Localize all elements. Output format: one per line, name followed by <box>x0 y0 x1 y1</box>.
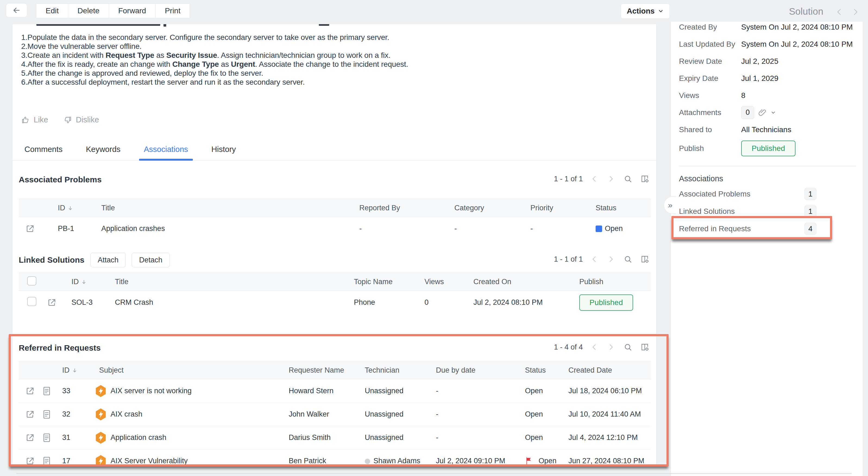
tab-associations[interactable]: Associations <box>143 145 189 160</box>
external-link-icon[interactable] <box>25 456 37 466</box>
horizontal-scrollbar[interactable] <box>16 473 852 474</box>
delete-button[interactable]: Delete <box>68 4 109 18</box>
referred-requests-pagination: 1 - 4 of 4 <box>554 342 650 352</box>
row-checkbox[interactable] <box>27 297 36 306</box>
table-row[interactable]: PB-1Application crashes---Open <box>19 217 651 240</box>
print-button[interactable]: Print <box>156 4 190 18</box>
col-reported-by[interactable]: Reported By <box>353 199 448 217</box>
external-link-icon[interactable] <box>25 409 37 419</box>
pagination-count: 1 - 4 of 4 <box>554 343 583 351</box>
published-chip[interactable]: Published <box>579 295 633 311</box>
association-item-referred-in-requests[interactable]: Referred in Requests4 <box>679 220 856 237</box>
publish-status-button[interactable]: Published <box>741 141 796 156</box>
page-title: Solution <box>789 6 823 17</box>
sort-down-icon[interactable] <box>81 279 87 285</box>
col-title[interactable]: Title <box>95 199 353 217</box>
back-button[interactable] <box>6 3 27 18</box>
search-icon[interactable] <box>622 254 633 265</box>
chevron-down-icon[interactable] <box>771 110 776 115</box>
table-row[interactable]: 33AIX server is not workingHoward SternU… <box>19 379 651 403</box>
paperclip-icon[interactable] <box>758 108 767 117</box>
col-title[interactable]: Title <box>108 273 347 291</box>
sidebar-collapse-handle[interactable]: » <box>664 197 676 214</box>
col-id[interactable]: ID <box>51 199 95 217</box>
property-label: Created By <box>679 23 741 32</box>
like-button[interactable]: Like <box>21 115 48 124</box>
table-row[interactable]: SOL-3CRM CrashPhone0Jul 2, 2024 08:10 PM… <box>19 291 651 314</box>
external-link-icon[interactable] <box>25 224 51 234</box>
toolbar-button-group: Edit Delete Forward Print <box>36 3 190 18</box>
association-item-associated-problems[interactable]: Associated Problems1 <box>679 185 856 203</box>
search-icon[interactable] <box>622 342 633 352</box>
chevron-right-icon[interactable] <box>606 342 617 352</box>
tab-comments[interactable]: Comments <box>23 145 64 160</box>
edit-button[interactable]: Edit <box>36 4 68 18</box>
col-status[interactable]: Status <box>519 362 562 379</box>
external-link-icon[interactable] <box>47 298 65 307</box>
external-link-icon[interactable] <box>25 386 37 396</box>
document-icon[interactable] <box>42 456 56 466</box>
cell-due: - <box>429 379 519 403</box>
col-category[interactable]: Category <box>448 199 524 217</box>
cell-subject: AIX Server Vulnerability <box>94 449 282 467</box>
col-due-by-date[interactable]: Due by date <box>429 362 519 379</box>
chevron-left-icon[interactable] <box>589 173 600 184</box>
previous-record-button[interactable] <box>834 6 845 18</box>
chevron-left-icon[interactable] <box>589 342 600 352</box>
document-icon[interactable] <box>42 433 56 443</box>
like-label: Like <box>34 115 48 124</box>
incident-badge-icon <box>95 454 107 467</box>
attach-button[interactable]: Attach <box>90 253 126 267</box>
table-row[interactable]: 17AIX Server VulnerabilityBen PatrickSha… <box>19 449 651 467</box>
cell-technician: Unassigned <box>358 379 429 403</box>
search-icon[interactable] <box>622 173 633 184</box>
column-settings-icon[interactable] <box>639 254 650 265</box>
col-subject[interactable]: Subject <box>94 362 282 379</box>
col-created-on[interactable]: Created On <box>467 273 573 291</box>
col-created-date[interactable]: Created Date <box>562 362 651 379</box>
col-publish[interactable]: Publish <box>573 273 651 291</box>
document-icon[interactable] <box>42 409 56 419</box>
tab-history[interactable]: History <box>210 145 237 160</box>
chevron-left-icon[interactable] <box>589 254 600 265</box>
step-line: 1.Populate the data in the secondary ser… <box>21 33 408 42</box>
actions-button[interactable]: Actions <box>621 3 670 19</box>
col-topic-name[interactable]: Topic Name <box>347 273 418 291</box>
column-settings-icon[interactable] <box>639 173 650 184</box>
table-row[interactable]: 32AIX crashJohn WalkerUnassigned-OpenJul… <box>19 403 651 426</box>
col-technician[interactable]: Technician <box>358 362 429 379</box>
association-label: Associated Problems <box>679 190 750 198</box>
feedback-row: Like Dislike <box>21 115 99 124</box>
clipped-text-fragment <box>163 24 166 27</box>
col-views[interactable]: Views <box>418 273 467 291</box>
external-link-icon[interactable] <box>25 433 37 443</box>
col-priority[interactable]: Priority <box>524 199 589 217</box>
solution-properties: Created BySystem On Jul 2, 2024 08:10 PM… <box>679 22 856 159</box>
col-status[interactable]: Status <box>589 199 651 217</box>
detach-button[interactable]: Detach <box>132 253 170 267</box>
associated-problems-title: Associated Problems <box>19 175 101 184</box>
solution-detail-card: 1.Populate the data in the secondary ser… <box>12 24 656 467</box>
col-id[interactable]: ID <box>56 362 94 379</box>
cell-due: Jul 2, 2024 09:10 PM <box>429 449 519 467</box>
sort-down-icon[interactable] <box>72 368 78 373</box>
associated-problems-table: ID TitleReported ByCategoryPriorityStatu… <box>19 199 651 240</box>
next-record-button[interactable] <box>850 6 861 18</box>
cell-status: Open <box>519 449 562 467</box>
chevron-right-icon[interactable] <box>606 254 617 265</box>
document-icon[interactable] <box>42 386 56 396</box>
tab-keywords[interactable]: Keywords <box>85 145 121 160</box>
association-item-linked-solutions[interactable]: Linked Solutions1 <box>679 203 856 220</box>
table-row[interactable]: 31Application crashDarius SmithUnassigne… <box>19 426 651 449</box>
forward-button[interactable]: Forward <box>109 4 156 18</box>
sort-down-icon[interactable] <box>67 205 73 211</box>
col-id[interactable]: ID <box>65 273 108 291</box>
table-header-row: ID TitleTopic NameViewsCreated OnPublish <box>19 273 651 291</box>
row-checkbox[interactable] <box>27 276 36 285</box>
chevron-right-icon[interactable] <box>606 173 617 184</box>
column-settings-icon[interactable] <box>639 342 650 352</box>
cell-views: 0 <box>418 291 467 314</box>
cell-status: Open <box>589 217 651 240</box>
dislike-button[interactable]: Dislike <box>63 115 99 124</box>
col-requester-name[interactable]: Requester Name <box>282 362 358 379</box>
